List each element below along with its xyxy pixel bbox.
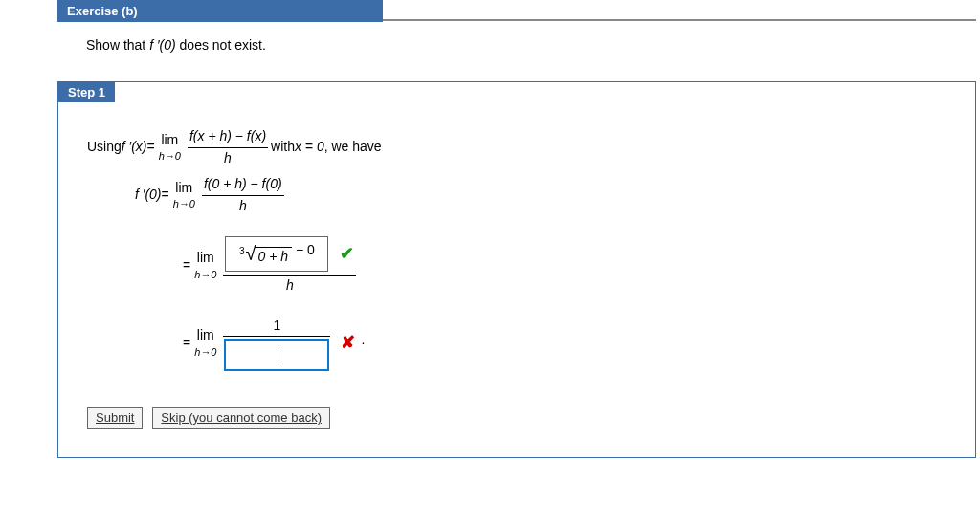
answer-row-1: = lim h→0 3 √ 0 + h − 0 — [183, 236, 947, 295]
button-row: Submit Skip (you cannot come back) — [87, 407, 975, 429]
exercise-label: Exercise (b) — [57, 0, 383, 22]
fprime-zero-line: f ′(0) = lim h→0 f(0 + h) − f(0) h — [135, 175, 947, 215]
check-icon: ✔ — [340, 244, 354, 263]
skip-button[interactable]: Skip (you cannot come back) — [152, 407, 330, 429]
divider — [383, 19, 976, 22]
exercise-prompt: Show that f ′(0) does not exist. — [86, 37, 976, 53]
submit-button[interactable]: Submit — [87, 407, 143, 429]
math-area: Using f ′(x) = lim h→0 f(x + h) − f(x) h… — [58, 102, 975, 387]
step-label: Step 1 — [58, 82, 115, 102]
step-box: Step 1 Using f ′(x) = lim h→0 f(x + h) −… — [57, 81, 976, 458]
answer-row-2: = lim h→0 1 ✘ · — [183, 317, 947, 371]
limit-notation: lim h→0 — [159, 131, 181, 165]
prompt-math: f ′(0) — [149, 37, 176, 53]
text-cursor — [278, 346, 278, 362]
trailing-dot: · — [361, 334, 365, 353]
exercise-header: Exercise (b) — [57, 0, 976, 22]
answer-input-1[interactable]: 3 √ 0 + h − 0 — [225, 236, 328, 272]
cross-icon: ✘ — [341, 331, 355, 355]
answer-input-2[interactable] — [225, 340, 328, 370]
difference-quotient: f(x + h) − f(x) h — [188, 127, 268, 167]
definition-line: Using f ′(x) = lim h→0 f(x + h) − f(x) h… — [87, 127, 947, 167]
cube-root: 3 √ 0 + h — [239, 247, 292, 267]
